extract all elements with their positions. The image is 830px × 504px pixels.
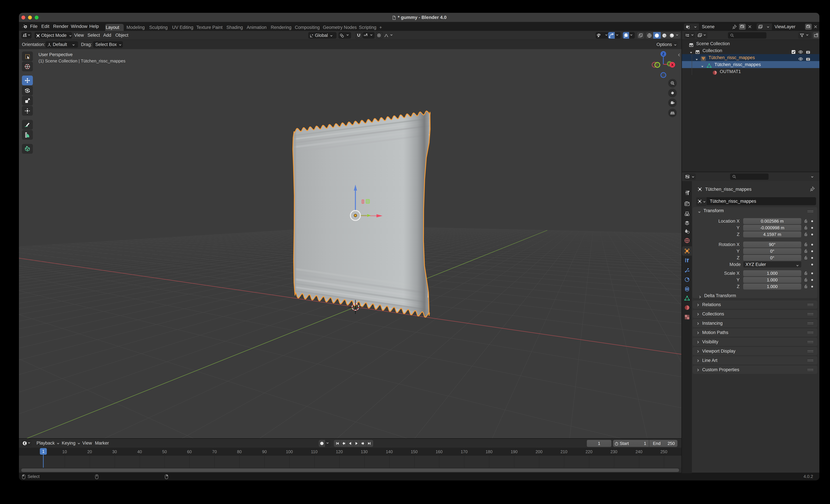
svg-text:Z: Z <box>662 52 664 56</box>
svg-text:X: X <box>671 63 674 67</box>
